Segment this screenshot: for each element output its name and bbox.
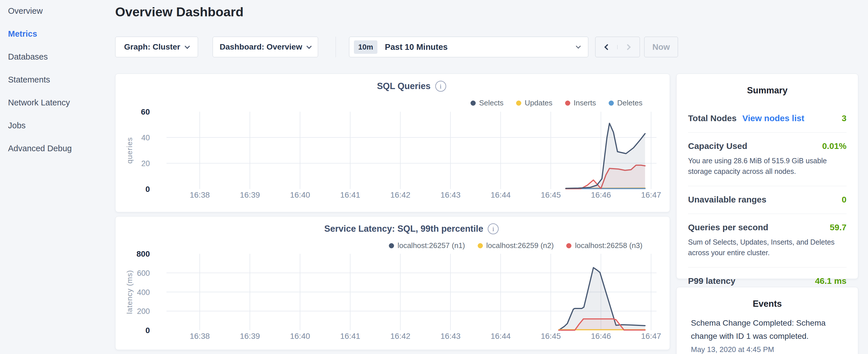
chevron-down-icon (576, 44, 581, 49)
x-tick-label: 16:42 (390, 190, 410, 199)
y-axis-label: queries (125, 137, 134, 164)
sidebar-item-advanced-debug[interactable]: Advanced Debug (8, 144, 115, 153)
capacity-used-value: 0.01% (822, 141, 846, 151)
x-tick-label: 16:46 (591, 332, 611, 341)
chevron-down-icon (307, 43, 312, 49)
x-tick-label: 16:47 (641, 332, 661, 341)
controls-divider (336, 37, 336, 57)
time-range-badge: 10m (354, 40, 377, 54)
events-title: Events (691, 287, 844, 317)
graph-dropdown[interactable]: Graph: Cluster (115, 37, 198, 57)
time-step-buttons (595, 37, 640, 57)
capacity-used-label: Capacity Used (688, 141, 747, 151)
sidebar-item-metrics[interactable]: Metrics (8, 29, 115, 39)
sidebar-item-overview[interactable]: Overview (8, 6, 115, 16)
summary-row-capacity: Capacity Used 0.01% You are using 28.6 M… (688, 132, 846, 186)
x-tick-label: 16:43 (440, 190, 461, 199)
y-tick-label: 200 (137, 307, 150, 316)
x-tick-label: 16:39 (240, 190, 260, 199)
service-latency-chart: 16:3816:3916:4016:4116:4216:4316:4416:45… (116, 217, 670, 350)
y-axis-label: latency (ms) (125, 270, 134, 314)
queries-per-second-label: Queries per second (688, 223, 768, 232)
unavailable-ranges-label: Unavailable ranges (688, 195, 766, 204)
y-tick-label: 800 (136, 250, 150, 258)
x-tick-label: 16:44 (491, 190, 510, 199)
y-tick-label: 0 (145, 185, 150, 194)
now-button[interactable]: Now (644, 37, 678, 57)
sidebar: Overview Metrics Databases Statements Ne… (0, 0, 115, 354)
y-tick-label: 600 (137, 269, 150, 278)
p99-latency-value: 46.1 ms (815, 276, 846, 286)
dashboard-dropdown-label: Dashboard: Overview (220, 42, 302, 52)
page-title: Overview Dashboard (115, 5, 244, 20)
y-tick-label: 0 (145, 326, 150, 335)
sidebar-item-databases[interactable]: Databases (8, 52, 115, 62)
x-tick-label: 16:40 (290, 190, 310, 199)
sql-queries-chart: 16:3816:3916:4016:4116:4216:4316:4416:45… (116, 74, 670, 213)
sidebar-item-jobs[interactable]: Jobs (8, 121, 115, 130)
y-tick-label: 20 (141, 159, 150, 168)
queries-per-second-value: 59.7 (830, 223, 846, 232)
summary-title: Summary (688, 74, 846, 103)
y-tick-label: 40 (141, 133, 150, 142)
total-nodes-value: 3 (842, 114, 846, 123)
y-tick-label: 60 (141, 107, 150, 116)
x-tick-label: 16:44 (491, 332, 510, 341)
summary-row-total-nodes: Total Nodes View nodes list 3 (688, 103, 846, 132)
sql-queries-chart-card: SQL Queriesi SelectsUpdatesInsertsDelete… (115, 74, 670, 212)
chevron-down-icon (185, 43, 190, 49)
x-tick-label: 16:38 (190, 190, 210, 199)
x-tick-label: 16:45 (541, 190, 561, 199)
graph-dropdown-label: Graph: Cluster (124, 42, 180, 52)
event-timestamp: May 13, 2020 at 4:45 PM (691, 345, 844, 354)
time-range-selector[interactable]: 10m Past 10 Minutes (349, 37, 588, 57)
x-tick-label: 16:41 (340, 332, 360, 341)
x-tick-label: 16:41 (340, 190, 360, 199)
total-nodes-label: Total Nodes (688, 114, 737, 123)
service-latency-chart-card: Service Latency: SQL, 99th percentilei l… (115, 216, 670, 350)
p99-latency-label: P99 latency (688, 276, 735, 286)
y-tick-label: 400 (137, 288, 150, 297)
series-area (566, 123, 645, 189)
x-tick-label: 16:39 (240, 332, 260, 341)
x-tick-label: 16:47 (641, 190, 661, 199)
dashboard-dropdown[interactable]: Dashboard: Overview (213, 37, 318, 57)
sidebar-item-network-latency[interactable]: Network Latency (8, 98, 115, 107)
chevron-right-icon (625, 44, 631, 50)
event-message: Schema Change Completed: Schema change w… (691, 317, 830, 343)
x-tick-label: 16:42 (390, 332, 410, 341)
event-list-item[interactable]: Schema Change Completed: Schema change w… (691, 317, 844, 354)
capacity-used-description: You are using 28.6 MiB of 515.9 GiB usab… (688, 156, 846, 177)
summary-row-unavailable-ranges: Unavailable ranges 0 (688, 186, 846, 214)
summary-row-qps: Queries per second 59.7 Sum of Selects, … (688, 214, 846, 267)
x-tick-label: 16:40 (290, 332, 310, 341)
summary-panel: Summary Total Nodes View nodes list 3 Ca… (676, 74, 858, 279)
x-tick-label: 16:43 (440, 332, 461, 341)
x-tick-label: 16:45 (541, 332, 561, 341)
chevron-left-icon (604, 44, 610, 50)
sidebar-item-statements[interactable]: Statements (8, 75, 115, 85)
x-tick-label: 16:38 (190, 332, 210, 341)
view-nodes-list-link[interactable]: View nodes list (742, 114, 804, 123)
x-tick-label: 16:46 (591, 190, 611, 199)
events-panel: Events Schema Change Completed: Schema c… (676, 287, 858, 354)
next-time-button[interactable] (618, 45, 640, 49)
unavailable-ranges-value: 0 (842, 195, 846, 204)
prev-time-button[interactable] (595, 45, 618, 49)
time-range-label: Past 10 Minutes (385, 42, 577, 52)
queries-per-second-description: Sum of Selects, Updates, Inserts, and De… (688, 237, 846, 258)
